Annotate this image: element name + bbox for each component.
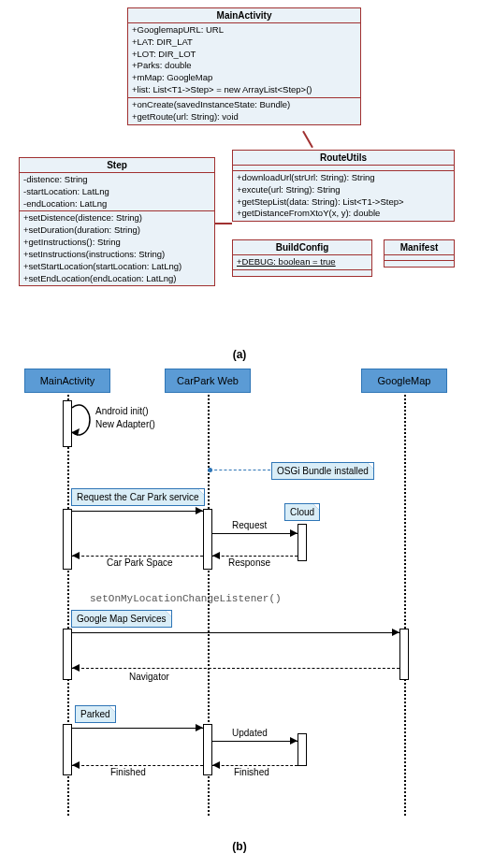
note-anchor: [210, 470, 270, 470]
activation: [63, 629, 72, 680]
activation: [63, 509, 72, 570]
class-title: BuildConfig: [233, 240, 371, 255]
lifeline-line: [404, 395, 406, 816]
note-fold-icon: [367, 462, 374, 470]
activation-cloud: [298, 524, 307, 561]
msg-request: Request: [232, 520, 267, 530]
class-manifest: Manifest: [384, 239, 455, 268]
note-request-service: Request the Car Park service: [71, 488, 205, 506]
activation: [203, 724, 212, 775]
arrow-head-icon: [196, 724, 203, 731]
class-attributes: +GooglemapURL: URL +LAT: DIR_LAT +LOT: D…: [128, 23, 360, 98]
class-operations: [385, 261, 454, 267]
class-attributes: -distence: String -startLocation: LatLng…: [20, 173, 214, 211]
note-fold-icon: [197, 488, 205, 496]
arrow-head-icon: [392, 629, 399, 636]
uml-class-diagram: MainActivity +GooglemapURL: URL +LAT: DI…: [7, 7, 472, 344]
note-osgi: OSGi Bundle installed: [271, 462, 374, 480]
lifeline-carpark: CarPark Web: [165, 369, 251, 393]
class-attributes: +DEBUG: boolean = true: [233, 255, 371, 270]
msg-init1: Android init(): [95, 406, 149, 416]
note-fold-icon: [109, 705, 116, 713]
arrow: [212, 533, 298, 534]
class-main-activity: MainActivity +GooglemapURL: URL +LAT: DI…: [127, 7, 361, 125]
arrow-head-icon: [212, 552, 220, 559]
arrow-return: [72, 765, 203, 766]
msg-response: Response: [228, 557, 270, 568]
anchor-dot: [208, 468, 212, 472]
caption-a: (a): [7, 348, 472, 361]
note-gms: Google Map Services: [71, 610, 172, 628]
relation-line: [215, 223, 232, 224]
class-title: RouteUtils: [233, 151, 454, 166]
class-operations: [233, 270, 371, 276]
caption-b: (b): [7, 840, 472, 853]
activation-cloud: [298, 733, 307, 766]
msg-finished: Finished: [234, 767, 269, 777]
arrow: [72, 511, 203, 512]
note-cloud: Cloud: [284, 503, 320, 521]
msg-finished2: Finished: [110, 767, 146, 777]
note-parked: Parked: [75, 705, 116, 723]
class-operations: +setDistence(distence: String) +setDurat…: [20, 211, 214, 285]
arrow-head-icon: [196, 507, 203, 514]
activation: [399, 629, 409, 680]
arrow-return: [72, 668, 399, 669]
activation: [63, 724, 72, 775]
arrow-head-icon: [290, 737, 298, 745]
class-operations: +downloadUrl(strUrl: String): String +ex…: [233, 171, 454, 221]
activation: [203, 509, 212, 570]
arrow-return: [72, 556, 203, 557]
activation: [63, 400, 72, 447]
note-fold-icon: [312, 503, 320, 511]
arrow: [72, 632, 399, 633]
class-title: Step: [20, 158, 214, 173]
arrow-head-icon: [72, 664, 80, 672]
arrow: [72, 728, 203, 729]
msg-init2: New Adapter(): [95, 419, 155, 429]
arrow-return: [212, 765, 298, 766]
lifeline-main: MainActivity: [24, 369, 110, 393]
arrow: [212, 741, 298, 742]
arrow-head-icon: [72, 761, 80, 769]
class-operations: +onCreate(savedInstanceState: Bundle) +g…: [128, 98, 360, 124]
arrow-head-icon: [72, 552, 80, 559]
class-build-config: BuildConfig +DEBUG: boolean = true: [232, 239, 372, 277]
class-title: Manifest: [385, 240, 454, 255]
uml-sequence-diagram: MainActivity CarPark Web GoogleMap Andro…: [7, 369, 472, 836]
msg-navigator: Navigator: [129, 672, 169, 682]
relation-line: [302, 131, 313, 148]
arrow-return: [212, 556, 298, 557]
msg-updated: Updated: [232, 728, 268, 738]
class-step: Step -distence: String -startLocation: L…: [19, 157, 215, 286]
arrow-head-icon: [212, 761, 220, 769]
class-title: MainActivity: [128, 8, 360, 23]
msg-carparkspace: Car Park Space: [107, 557, 173, 568]
note-fold-icon: [165, 610, 172, 617]
class-route-utils: RouteUtils +downloadUrl(strUrl: String):…: [232, 150, 455, 222]
arrow-head-icon: [290, 529, 298, 537]
lifeline-gmap: GoogleMap: [361, 369, 447, 393]
msg-listener: setOnMyLocationChangeListener(): [90, 593, 282, 604]
